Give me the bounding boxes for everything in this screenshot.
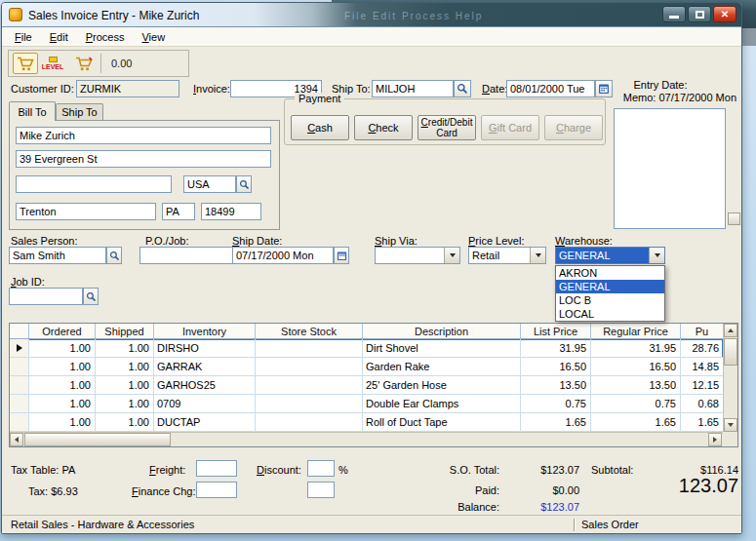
scroll-right-icon bbox=[713, 437, 717, 443]
scroll-up-button[interactable] bbox=[724, 324, 737, 337]
job-id-lookup-button[interactable] bbox=[83, 288, 99, 305]
customer-id-field[interactable]: ZURMIK bbox=[76, 80, 179, 97]
bill-city-field[interactable]: Trenton bbox=[16, 203, 156, 220]
sales-invoice-entry-window: Sales Invoice Entry - Mike Zurich File E… bbox=[1, 2, 742, 534]
grid-horizontal-scrollbar[interactable] bbox=[10, 432, 723, 446]
job-id-label: Job ID: bbox=[11, 276, 45, 288]
price-level-label: Price Level: bbox=[468, 235, 524, 247]
po-job-field[interactable] bbox=[139, 247, 235, 264]
balance-label: Balance: bbox=[421, 501, 499, 513]
customer-id-label: Customer ID: bbox=[11, 83, 74, 95]
dropdown-item-akron[interactable]: AKRON bbox=[556, 266, 664, 280]
menu-edit[interactable]: Edit bbox=[41, 28, 77, 46]
row-selector[interactable] bbox=[10, 413, 29, 432]
column-header-selector bbox=[10, 324, 29, 338]
menu-file[interactable]: File bbox=[6, 28, 41, 46]
scroll-right-button[interactable] bbox=[708, 433, 722, 446]
close-button[interactable]: ✕ bbox=[713, 6, 736, 22]
scroll-up-icon bbox=[728, 328, 734, 332]
discount-amount-field[interactable] bbox=[307, 482, 335, 498]
column-header-list-price: List Price bbox=[521, 324, 591, 338]
memo-scroll-button[interactable] bbox=[728, 213, 740, 225]
grand-total: 123.07 bbox=[597, 475, 738, 497]
table-row[interactable]: 1.00 1.00 0709 Double Ear Clamps 0.75 0.… bbox=[10, 395, 723, 413]
bill-street-field[interactable]: 39 Evergreen St bbox=[16, 150, 271, 168]
maximize-button[interactable] bbox=[688, 6, 711, 22]
order-toolbar-button[interactable] bbox=[71, 53, 97, 74]
dropdown-arrow-icon[interactable] bbox=[530, 248, 545, 263]
dropdown-item-general[interactable]: GENERAL bbox=[556, 280, 664, 293]
grid-vertical-scrollbar[interactable] bbox=[723, 324, 737, 432]
column-header-price: Pu bbox=[681, 324, 723, 338]
dropdown-item-local[interactable]: LOCAL bbox=[556, 307, 664, 321]
menu-process[interactable]: Process bbox=[77, 28, 134, 46]
tab-ship-to[interactable]: Ship To bbox=[56, 103, 103, 120]
bill-name-field[interactable]: Mike Zurich bbox=[16, 127, 271, 144]
grid-header: Ordered Shipped Inventory Store Stock De… bbox=[10, 324, 723, 339]
date-field[interactable]: 08/01/2000 Tue bbox=[506, 80, 595, 97]
ship-to-field[interactable]: MILJOH bbox=[372, 80, 454, 97]
credit-debit-card-button[interactable]: Credit/Debit Card bbox=[418, 115, 476, 140]
row-selector[interactable] bbox=[10, 339, 29, 358]
ship-via-combo[interactable] bbox=[375, 247, 460, 264]
sales-entry-toolbar-button[interactable] bbox=[13, 53, 38, 74]
dropdown-arrow-icon[interactable] bbox=[649, 248, 664, 263]
desktop: Sales Invoice Entry - Mike Zurich File E… bbox=[0, 0, 756, 541]
ship-date-field[interactable]: 07/17/2000 Mon bbox=[232, 247, 334, 264]
table-row[interactable]: 1.00 1.00 DIRSHO Dirt Shovel 31.95 31.95… bbox=[10, 339, 723, 358]
table-row[interactable]: 1.00 1.00 DUCTAP Roll of Duct Tape 1.65 … bbox=[10, 413, 723, 432]
sales-person-field[interactable]: Sam Smith bbox=[9, 247, 106, 264]
scroll-left-button[interactable] bbox=[10, 433, 23, 446]
cart-icon bbox=[17, 57, 35, 71]
table-row[interactable]: 1.00 1.00 GARHOS25 25' Garden Hose 13.50… bbox=[10, 376, 723, 395]
tab-bill-to-label: Bill To bbox=[18, 106, 46, 118]
table-row[interactable]: 1.00 1.00 GARRAK Garden Rake 16.50 16.50… bbox=[10, 358, 723, 376]
bill-address2-field[interactable] bbox=[16, 175, 172, 193]
scroll-down-button[interactable] bbox=[724, 418, 737, 432]
finance-chg-field[interactable] bbox=[196, 482, 237, 498]
country-lookup-button[interactable] bbox=[236, 175, 252, 193]
line-items-grid: Ordered Shipped Inventory Store Stock De… bbox=[9, 323, 738, 447]
tax-value: $6.93 bbox=[51, 485, 78, 497]
horizontal-scroll-thumb[interactable] bbox=[24, 433, 171, 446]
paid-value: $0.00 bbox=[507, 484, 579, 496]
ship-date-label: Ship Date: bbox=[232, 235, 282, 247]
title-bar: Sales Invoice Entry - Mike Zurich File E… bbox=[2, 3, 741, 27]
check-button[interactable]: Check bbox=[354, 115, 413, 140]
column-header-regular-price: Regular Price bbox=[591, 324, 681, 338]
status-bar: Retail Sales - Hardware & Accessories Sa… bbox=[2, 515, 741, 533]
bill-state-field[interactable]: PA bbox=[162, 203, 195, 220]
row-selector[interactable] bbox=[10, 376, 29, 395]
cart-icon bbox=[75, 57, 94, 71]
minimize-button[interactable] bbox=[662, 6, 686, 22]
freight-field[interactable] bbox=[196, 460, 237, 477]
discount-field[interactable] bbox=[307, 460, 335, 477]
tab-bill-to[interactable]: Bill To bbox=[9, 101, 56, 121]
price-level-toolbar-button[interactable]: LEVEL bbox=[38, 53, 67, 74]
sales-person-lookup-button[interactable] bbox=[106, 247, 122, 264]
menu-view[interactable]: View bbox=[133, 28, 174, 46]
discount-label: Discount: bbox=[257, 464, 301, 476]
price-level-combo[interactable]: Retail bbox=[468, 247, 546, 264]
ship-to-lookup-button[interactable] bbox=[454, 80, 471, 97]
dropdown-item-loc-b[interactable]: LOC B bbox=[556, 293, 664, 307]
bill-country-field[interactable]: USA bbox=[183, 175, 236, 193]
vertical-scroll-thumb[interactable] bbox=[724, 338, 737, 366]
column-header-ordered: Ordered bbox=[29, 324, 96, 338]
memo-textarea[interactable] bbox=[614, 108, 726, 229]
bill-zip-field[interactable]: 18499 bbox=[201, 203, 261, 220]
date-label: Date: bbox=[482, 83, 507, 95]
row-selector[interactable] bbox=[10, 358, 29, 376]
job-id-field[interactable] bbox=[9, 288, 83, 305]
warehouse-combo[interactable]: GENERAL bbox=[555, 247, 665, 264]
ship-date-calendar-button[interactable] bbox=[334, 247, 349, 264]
cash-button[interactable]: Cash bbox=[291, 115, 349, 140]
maximize-icon bbox=[696, 11, 704, 19]
row-selector[interactable] bbox=[10, 395, 29, 413]
status-right-text: Sales Order bbox=[581, 519, 639, 530]
tax-table-label: Tax Table: PA bbox=[11, 464, 75, 476]
warehouse-label: Warehouse: bbox=[555, 235, 613, 247]
scroll-left-icon bbox=[15, 437, 19, 443]
dropdown-arrow-icon[interactable] bbox=[444, 248, 459, 263]
freight-label: Freight: bbox=[149, 464, 185, 476]
